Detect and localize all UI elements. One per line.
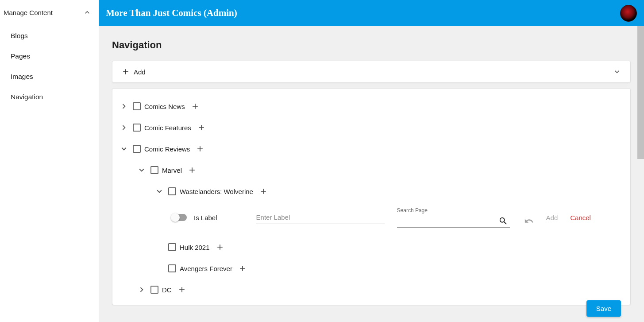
add-child-button[interactable] (187, 165, 197, 175)
chevron-right-icon (119, 101, 129, 111)
chevron-down-icon (137, 165, 147, 175)
sidebar: Manage Content Blogs Pages Images Naviga… (0, 0, 99, 322)
is-label-text: Is Label (194, 214, 217, 221)
checkbox[interactable] (133, 102, 141, 110)
tree-row: DC (136, 281, 624, 299)
node-label: Comic Features (144, 124, 191, 132)
plus-icon (197, 123, 206, 132)
checkbox[interactable] (150, 286, 158, 294)
tree-node-avengers: Avengers Forever (154, 260, 624, 277)
checkbox[interactable] (133, 145, 141, 153)
inline-add-button: Add (546, 214, 558, 221)
add-child-button[interactable] (197, 123, 206, 132)
tree-row: Comics News (119, 97, 624, 115)
node-label: Marvel (162, 167, 182, 174)
node-label: DC (162, 286, 172, 294)
node-label: Avengers Forever (180, 265, 232, 272)
is-label-toggle[interactable] (172, 214, 187, 221)
checkbox[interactable] (133, 124, 141, 132)
checkbox[interactable] (168, 187, 176, 195)
children: Wastelanders: Wolverine (136, 182, 624, 277)
tree-node-comic-features: Comic Features (119, 119, 624, 136)
node-label: Comics News (144, 103, 185, 110)
sidebar-section-toggle[interactable]: Manage Content (0, 4, 99, 20)
expand-toggle[interactable] (136, 285, 147, 295)
expand-toggle[interactable] (119, 101, 129, 111)
plus-icon (238, 264, 247, 273)
chevron-right-icon (137, 285, 147, 295)
plus-icon (259, 187, 268, 196)
tree-node-wastelanders: Wastelanders: Wolverine (154, 182, 624, 235)
undo-icon[interactable] (524, 216, 534, 226)
tree-node-comic-reviews: Comic Reviews (119, 140, 624, 299)
chevron-down-icon (613, 67, 621, 76)
main: More Than Just Comics (Admin) Navigation… (99, 0, 644, 322)
collapse-toggle[interactable] (154, 186, 165, 196)
tree-node-hulk: Hulk 2021 (154, 238, 624, 256)
search-page-input[interactable] (397, 214, 510, 228)
tree-row: Wastelanders: Wolverine (154, 182, 624, 200)
tree-row: Avengers Forever (154, 260, 624, 277)
tree-row: Hulk 2021 (154, 238, 624, 256)
chevron-up-icon (83, 8, 92, 17)
sidebar-item-images[interactable]: Images (0, 66, 99, 87)
add-panel[interactable]: Add (112, 61, 631, 83)
app-root: Manage Content Blogs Pages Images Naviga… (0, 0, 644, 322)
sidebar-heading-label: Manage Content (4, 9, 53, 16)
scrollbar-thumb[interactable] (637, 26, 644, 159)
label-input[interactable] (256, 211, 385, 224)
node-label: Wastelanders: Wolverine (180, 188, 253, 195)
add-panel-left: Add (121, 67, 146, 76)
chevron-down-icon (119, 144, 129, 154)
plus-icon (191, 102, 200, 111)
content-area: Navigation Add (99, 26, 644, 322)
plus-icon (196, 144, 204, 153)
checkbox[interactable] (168, 264, 176, 272)
node-label: Comic Reviews (144, 145, 190, 153)
page-title: Navigation (112, 39, 631, 51)
tree-node-marvel: Marvel (136, 161, 624, 277)
topbar: More Than Just Comics (Admin) (99, 0, 644, 26)
collapse-toggle[interactable] (119, 144, 129, 154)
tree-node-dc: DC (136, 281, 624, 299)
app-title: More Than Just Comics (Admin) (106, 8, 237, 19)
checkbox[interactable] (150, 166, 158, 174)
search-icon[interactable] (498, 216, 508, 226)
add-child-button[interactable] (190, 101, 200, 111)
tree-node-comics-news: Comics News (119, 97, 624, 115)
node-label: Hulk 2021 (180, 244, 210, 251)
add-child-form: Is Label Search Page (154, 200, 624, 235)
sidebar-item-pages[interactable]: Pages (0, 46, 99, 66)
inline-cancel-button[interactable]: Cancel (570, 214, 591, 221)
nav-tree: Comics News Comic Features (112, 88, 631, 305)
scrollbar[interactable] (637, 26, 644, 322)
tree-row: Marvel (136, 161, 624, 179)
tree-row: Comic Features (119, 119, 624, 136)
tree-row: Comic Reviews (119, 140, 624, 158)
collapse-toggle[interactable] (136, 165, 147, 175)
checkbox[interactable] (168, 243, 176, 251)
plus-icon (177, 285, 186, 294)
add-panel-label: Add (134, 68, 146, 76)
plus-icon (121, 67, 130, 76)
sidebar-item-blogs[interactable]: Blogs (0, 26, 99, 46)
expand-toggle[interactable] (119, 123, 129, 132)
save-button[interactable]: Save (586, 300, 621, 317)
add-child-button[interactable] (177, 285, 187, 295)
chevron-right-icon (119, 123, 129, 132)
plus-icon (188, 166, 197, 175)
add-child-button[interactable] (215, 242, 225, 252)
sidebar-items: Blogs Pages Images Navigation (0, 20, 99, 113)
chevron-down-icon (154, 186, 164, 196)
avatar[interactable] (620, 5, 637, 22)
plus-icon (216, 243, 224, 252)
search-page-label: Search Page (397, 207, 510, 213)
add-child-button[interactable] (258, 186, 268, 196)
children: Marvel (119, 161, 624, 299)
sidebar-item-navigation[interactable]: Navigation (0, 87, 99, 107)
add-child-button[interactable] (238, 264, 247, 273)
add-child-button[interactable] (195, 144, 205, 154)
